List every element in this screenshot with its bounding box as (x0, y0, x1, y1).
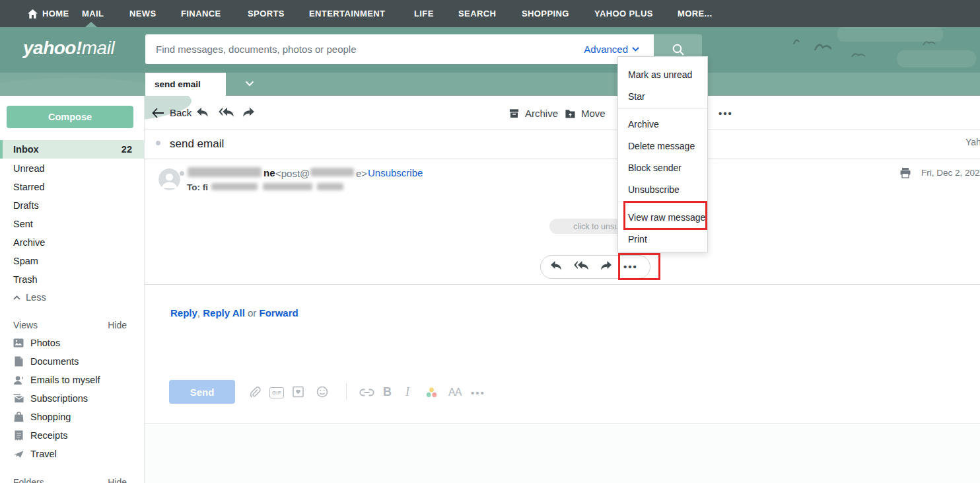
composer-toolbar-divider (346, 383, 347, 400)
separator: or (248, 307, 256, 318)
italic-icon[interactable]: I (405, 385, 409, 399)
receipt-icon (13, 430, 24, 441)
search-bar: Advanced (145, 34, 654, 64)
sidebar-item-shopping[interactable]: Shopping (0, 408, 144, 426)
advanced-search-button[interactable]: Advanced (584, 44, 654, 55)
reply-all-icon[interactable] (218, 106, 235, 118)
yahoo-mail-logo[interactable]: yahoo!mail (23, 38, 114, 59)
nav-label: YAHOO PLUS (594, 9, 653, 19)
forward-icon[interactable] (242, 106, 256, 118)
nav-finance[interactable]: FINANCE (181, 0, 221, 27)
sidebar-item-starred[interactable]: Starred (0, 178, 144, 196)
sidebar-item-sent[interactable]: Sent (0, 215, 144, 233)
sidebar-item-inbox[interactable]: Inbox 22 (0, 140, 144, 159)
sidebar-item-emails-to-myself[interactable]: Emails to myself (0, 371, 144, 389)
nav-sports[interactable]: SPORTS (248, 0, 285, 27)
nav-search[interactable]: SEARCH (458, 0, 496, 27)
bird-icon (851, 50, 866, 59)
nav-entertainment[interactable]: ENTERTAINMENT (309, 0, 385, 27)
sidebar-item-drafts[interactable]: Drafts (0, 196, 144, 215)
subject-divider (145, 159, 980, 159)
forward-link[interactable]: Forward (260, 307, 298, 318)
home-icon (28, 9, 38, 19)
print-icon[interactable] (899, 167, 911, 178)
sidebar-item-documents[interactable]: Documents (0, 352, 144, 371)
sidebar-item-subscriptions[interactable]: Subscriptions (0, 389, 144, 408)
sidebar-less-toggle[interactable]: Less (0, 288, 144, 307)
nav-shopping[interactable]: SHOPPING (522, 0, 569, 27)
forward-icon[interactable] (600, 260, 613, 272)
archive-button[interactable]: Archive (508, 108, 558, 119)
menu-item-archive[interactable]: Archive (618, 117, 707, 131)
tab-chevron-down-icon[interactable] (245, 81, 254, 87)
menu-item-mark-as-unread[interactable]: Mark as unread (618, 67, 707, 82)
back-arrow-icon (152, 108, 164, 118)
reply-icon[interactable] (195, 106, 209, 118)
reply-all-icon[interactable] (573, 260, 590, 272)
view-label: Travel (30, 449, 57, 459)
sidebar-item-trash[interactable]: Trash (0, 270, 144, 289)
emoji-icon[interactable] (316, 386, 328, 398)
sidebar: Compose Inbox 22 Unread Starred Drafts S… (0, 96, 145, 483)
bird-icon (922, 38, 936, 47)
sidebar-item-archive[interactable]: Archive (0, 233, 144, 252)
menu-item-unsubscribe[interactable]: Unsubscribe (618, 182, 707, 197)
nav-yahoo-plus[interactable]: YAHOO PLUS (594, 0, 653, 27)
gif-icon[interactable]: GIF (269, 387, 284, 398)
read-indicator-dot (156, 141, 160, 145)
sidebar-item-travel[interactable]: Travel (0, 445, 144, 463)
sender-avatar[interactable] (158, 168, 180, 190)
nav-label: LIFE (414, 9, 434, 19)
send-button[interactable]: Send (169, 380, 235, 404)
nav-label: SPORTS (248, 9, 285, 19)
menu-item-print[interactable]: Print (618, 232, 707, 246)
folders-hide-button[interactable]: Hide (108, 477, 127, 483)
nav-life[interactable]: LIFE (414, 0, 434, 27)
views-hide-button[interactable]: Hide (108, 320, 127, 330)
composer-more-button[interactable]: ••• (471, 387, 485, 398)
sidebar-item-photos[interactable]: Photos (0, 334, 144, 352)
nav-more[interactable]: MORE... (678, 0, 713, 27)
folder-label: Spam (13, 256, 38, 266)
color-palette-icon[interactable] (425, 387, 438, 398)
message-card-divider (145, 284, 980, 285)
unsubscribe-link[interactable]: Unsubscribe (368, 167, 423, 178)
folders-label: Folders (13, 477, 44, 483)
reply-icon[interactable] (549, 260, 563, 272)
menu-item-star[interactable]: Star (618, 89, 707, 104)
view-label: Documents (30, 356, 79, 367)
back-button[interactable]: Back (152, 107, 192, 118)
airplane-icon (13, 449, 24, 459)
move-label: Move (581, 108, 606, 119)
sidebar-item-spam[interactable]: Spam (0, 252, 144, 270)
greeting-card-icon[interactable] (293, 386, 304, 398)
menu-item-delete-message[interactable]: Delete message (618, 139, 707, 153)
tab-send-email[interactable]: send email (145, 73, 226, 96)
insert-link-icon[interactable] (359, 389, 374, 396)
compose-button[interactable]: Compose (7, 106, 133, 128)
font-size-icon[interactable]: AA (448, 387, 461, 398)
nav-label: NEWS (129, 9, 157, 19)
sidebar-item-receipts[interactable]: Receipts (0, 426, 144, 445)
folder-label: Inbox (13, 144, 39, 155)
folder-path-label: Yah (965, 137, 980, 147)
redacted-sender-address (310, 168, 354, 176)
active-tab-caret (85, 22, 97, 27)
lower-background (145, 424, 980, 483)
attach-icon[interactable] (248, 386, 261, 399)
reply-link[interactable]: Reply (170, 307, 197, 318)
search-input[interactable] (145, 44, 584, 55)
redacted-recipient (211, 183, 258, 190)
yahoo-mail-app: yahoo!mail Advanced send email HOME MAIL… (0, 0, 980, 483)
redacted-recipient (317, 183, 343, 190)
nav-news[interactable]: NEWS (129, 0, 157, 27)
move-button[interactable]: Move (565, 108, 606, 119)
sidebar-item-unread[interactable]: Unread (0, 159, 144, 178)
toolbar-more-button[interactable]: ••• (718, 108, 733, 119)
menu-item-block-sender[interactable]: Block sender (618, 161, 707, 175)
nav-home[interactable]: HOME (28, 0, 69, 27)
folder-label: Drafts (13, 200, 39, 211)
reply-all-link[interactable]: Reply All (203, 307, 245, 318)
chevron-up-icon (13, 295, 20, 300)
bold-icon[interactable]: B (383, 385, 392, 399)
